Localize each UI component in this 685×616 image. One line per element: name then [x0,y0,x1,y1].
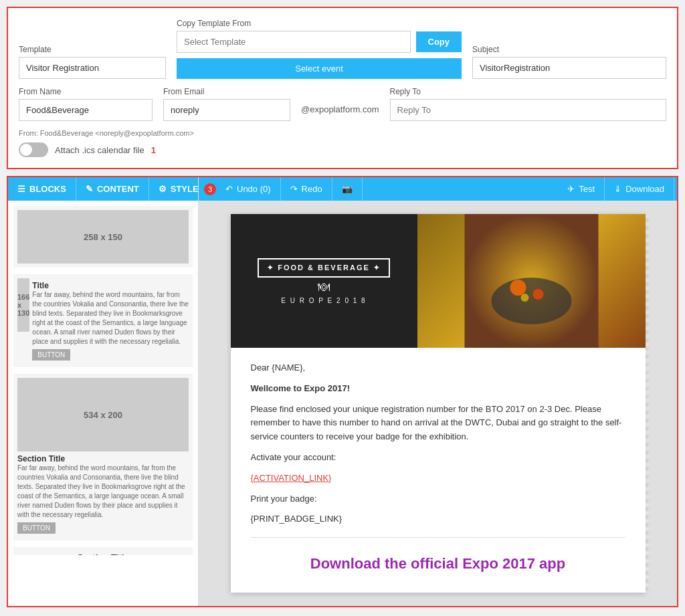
undo-button[interactable]: ↶ Undo (0) [216,177,281,201]
block-text-area-2: Section Title Far far away, behind the w… [17,451,189,536]
row-2: From Name From Email @expoplatform.com R… [19,87,666,121]
undo-label: Undo (0) [237,184,271,194]
pencil-icon: ✎ [86,184,93,194]
copy-from-input[interactable] [177,31,411,53]
row-1: Template Copy Template From Copy Select … [19,19,666,79]
top-section: Template Copy Template From Copy Select … [7,7,678,169]
copy-from-field-group: Copy Template From Copy Select event [177,19,462,79]
email-preview: ✦ FOOD & BEVERAGE ✦ 🍽 E U R O P E 2 0 1 … [231,214,646,593]
email-body: Dear {NAME}, Wellcome to Expo 2017! Plea… [231,348,646,593]
svg-point-2 [510,280,526,296]
email-body-text: Please find enclosed your unique registr… [251,403,625,444]
svg-point-1 [491,278,571,324]
cooking-img-area [417,214,646,348]
bottom-section: ☰ BLOCKS ✎ CONTENT ⚙ STYLE 2 258 x 150 [7,176,678,607]
from-email-field-group: From Email [163,87,290,121]
template-block-section-title[interactable]: Section Title Far far away, behind the w… [13,547,193,555]
block-button[interactable]: BUTTON [32,349,70,361]
fb-cloche-icon: 🍽 [258,280,390,294]
from-email-input[interactable] [163,99,290,121]
tab-blocks[interactable]: ☰ BLOCKS [8,177,76,201]
redo-icon: ↷ [290,184,298,194]
attach-toggle[interactable] [19,142,48,157]
from-name-label: From Name [19,87,153,96]
tab-content[interactable]: ✎ CONTENT [76,177,149,201]
placeholder-258x150: 258 x 150 [17,210,189,264]
cooking-svg [417,214,646,348]
template-input[interactable] [19,57,166,79]
download-label: Download [625,184,664,194]
block-title: Title [32,281,189,290]
template-block-large-image-text[interactable]: 534 x 200 Section Title Far far away, be… [13,374,193,540]
from-name-input[interactable] [19,99,153,121]
template-block-image-only[interactable]: 258 x 150 [13,206,193,268]
reply-to-input[interactable] [390,99,666,121]
placeholder-166x130: 166 x 130 [17,278,29,332]
email-welcome: Wellcome to Expo 2017! [251,383,351,393]
download-icon: ⇓ [614,184,621,194]
attach-row: Attach .ics calendar file 1 [19,142,666,157]
placeholder-534x200: 534 x 200 [17,378,189,451]
tab-blocks-label: BLOCKS [29,184,66,194]
send-icon: ✈ [567,184,575,194]
tab-bar: ☰ BLOCKS ✎ CONTENT ⚙ STYLE 2 [8,177,198,201]
redo-label: Redo [302,184,322,194]
block-text-area: Title Far far away, behind the word moun… [32,278,189,363]
reply-to-field-group: Reply To [390,87,666,121]
subject-field-group: Subject [472,45,666,79]
right-panel: 3 ↶ Undo (0) ↷ Redo 📷 ✈ Test [199,177,677,606]
section-body-1: Far far away, behind the word mountains,… [17,464,189,520]
image-button[interactable]: 📷 [332,177,363,201]
badge-1: 1 [151,145,156,155]
fb-badge: ✦ FOOD & BEVERAGE ✦ [258,258,390,278]
email-print-link: {PRINT_BADGE_LINK} [251,512,625,526]
subject-input[interactable] [472,57,666,79]
copy-button[interactable]: Copy [416,31,462,52]
tab-style-label: STYLE [171,184,199,194]
block-button-2[interactable]: BUTTON [17,522,56,534]
from-email-label: From Email [163,87,290,96]
template-label: Template [19,45,166,54]
template-field-group: Template [19,45,166,79]
from-name-field-group: From Name [19,87,153,121]
email-activate-link[interactable]: {ACTIVATION_LINK} [251,473,332,483]
select-event-button[interactable]: Select event [177,58,462,79]
left-panel-content: 258 x 150 166 x 130 Title Far far away, … [8,201,198,555]
sec-title: Section Title [19,552,187,555]
undo-icon: ↶ [225,184,233,194]
style-icon: ⚙ [159,184,167,194]
test-button[interactable]: ✈ Test [558,177,605,201]
tab-content-label: CONTENT [97,184,139,194]
test-label: Test [579,184,595,194]
right-toolbar: 3 ↶ Undo (0) ↷ Redo 📷 ✈ Test [199,177,677,201]
svg-point-3 [532,289,543,300]
email-header-image: ✦ FOOD & BEVERAGE ✦ 🍽 E U R O P E 2 0 1 … [231,214,646,348]
block-body: Far far away, behind the word mountains,… [32,290,189,346]
email-print-label: Print your badge: [251,492,625,506]
email-logo-area: ✦ FOOD & BEVERAGE ✦ 🍽 E U R O P E 2 0 1 … [231,214,417,348]
email-activate-label: Activate your account: [251,451,625,465]
email-divider [251,537,625,538]
fb-europe: E U R O P E 2 0 1 8 [258,297,390,304]
svg-point-4 [520,294,528,302]
image-icon: 📷 [342,184,353,194]
email-greeting: Dear {NAME}, [251,361,625,375]
from-hint: From: Food&Beverage <noreply@expoplatfor… [19,129,666,137]
download-button[interactable]: ⇓ Download [605,177,674,201]
email-download-text: Download the official Expo 2017 app [251,548,625,579]
left-panel: ☰ BLOCKS ✎ CONTENT ⚙ STYLE 2 258 x 150 [8,177,199,606]
section-title-1: Section Title [17,454,189,464]
at-domain: @expoplatform.com [301,104,379,121]
reply-to-label: Reply To [390,87,666,96]
blocks-icon: ☰ [17,184,25,194]
attach-label: Attach .ics calendar file [55,145,144,155]
badge-3: 3 [204,183,216,195]
main-wrapper: Template Copy Template From Copy Select … [7,7,678,616]
preview-area: ✦ FOOD & BEVERAGE ✦ 🍽 E U R O P E 2 0 1 … [199,201,677,606]
copy-from-label: Copy Template From [177,19,462,28]
redo-button[interactable]: ↷ Redo [281,177,332,201]
subject-label: Subject [472,45,666,54]
copy-row: Copy [177,31,462,53]
template-block-image-text[interactable]: 166 x 130 Title Far far away, behind the… [13,274,193,367]
food-beverage-logo: ✦ FOOD & BEVERAGE ✦ 🍽 E U R O P E 2 0 1 … [258,258,390,304]
